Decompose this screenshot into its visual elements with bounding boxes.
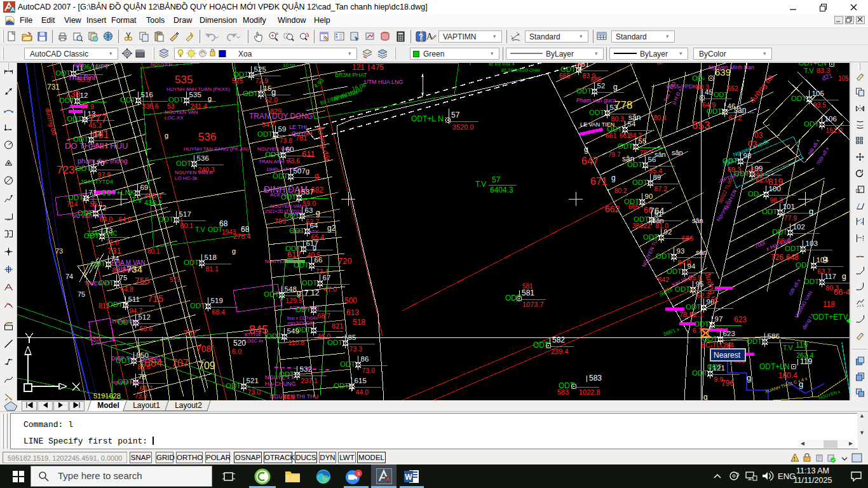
svg-text:59: 59 — [278, 125, 287, 133]
svg-text:LE THI: LE THI — [289, 124, 307, 130]
svg-text:129.5: 129.5 — [286, 297, 302, 304]
svg-text:100: 100 — [769, 185, 781, 193]
svg-text:93: 93 — [677, 247, 685, 255]
svg-text:Nearest: Nearest — [714, 351, 741, 360]
svg-text:1022.8: 1022.8 — [579, 388, 600, 396]
svg-text:57: 57 — [492, 175, 501, 184]
svg-text:54: 54 — [628, 120, 636, 128]
svg-text:BTTT06: BTTT06 — [245, 332, 261, 337]
svg-text:87.2: 87.2 — [654, 185, 668, 193]
svg-text:648: 648 — [786, 253, 799, 262]
svg-text:500: 500 — [344, 296, 357, 305]
svg-text:278.4: 278.4 — [233, 233, 251, 240]
svg-text:731: 731 — [107, 246, 121, 255]
svg-text:ODT: ODT — [675, 285, 690, 293]
svg-text:W: W — [405, 473, 412, 482]
svg-text:ODT: ODT — [686, 303, 701, 311]
svg-text:ODT: ODT — [747, 337, 762, 345]
svg-text:90: 90 — [645, 193, 653, 200]
svg-text:73.8: 73.8 — [280, 137, 293, 144]
svg-text:535: 535 — [189, 91, 201, 98]
svg-text:OD-: OD- — [748, 190, 761, 198]
svg-text:g: g — [613, 83, 618, 92]
svg-text:475: 475 — [371, 63, 384, 72]
svg-text:ODT: ODT — [284, 212, 299, 219]
svg-text:lê thị thu x: lê thị thu x — [489, 63, 515, 67]
svg-text:3520.0: 3520.0 — [452, 123, 474, 131]
svg-text:g: g — [271, 87, 276, 97]
svg-text:98: 98 — [743, 152, 752, 159]
svg-text:436.2: 436.2 — [144, 199, 162, 207]
svg-text:119: 119 — [800, 357, 812, 366]
svg-text:ODT: ODT — [289, 227, 304, 234]
svg-text:ODT: ODT — [76, 165, 91, 172]
svg-text:512: 512 — [139, 313, 151, 321]
svg-text:LOC-XX: LOC-XX — [165, 115, 184, 121]
svg-text:ODT: ODT — [576, 87, 592, 95]
svg-text:536: 536 — [197, 154, 209, 162]
svg-text:72.9: 72.9 — [255, 77, 269, 85]
svg-text:T.V: T.V — [804, 67, 815, 74]
svg-text:HUYNH TAN SANG (PK.AN): HUYNH TAN SANG (PK.AN) — [184, 146, 249, 152]
svg-text:T.V: T.V — [475, 180, 486, 189]
svg-text:ODT: ODT — [334, 382, 349, 390]
svg-text:582: 582 — [552, 336, 565, 344]
svg-text:121: 121 — [713, 364, 725, 372]
svg-text:g: g — [703, 393, 708, 400]
svg-text:ODT: ODT — [264, 290, 279, 298]
svg-text:62.1: 62.1 — [689, 311, 703, 318]
svg-text:6.0: 6.0 — [232, 348, 241, 355]
svg-text:58.6: 58.6 — [140, 325, 153, 332]
svg-text:70: 70 — [97, 159, 105, 167]
svg-text:647: 647 — [581, 156, 599, 166]
svg-text:653: 653 — [692, 119, 710, 132]
svg-text:68.7: 68.7 — [318, 312, 331, 320]
svg-text:ODT+L N: ODT+L N — [411, 114, 444, 123]
svg-text:78: 78 — [139, 373, 147, 381]
svg-text:12: 12 — [80, 92, 88, 99]
svg-text:796: 796 — [721, 379, 734, 388]
svg-text:57: 57 — [451, 111, 460, 119]
svg-text:517: 517 — [170, 276, 180, 283]
svg-text:LO HC-3k: LO HC-3k — [175, 175, 198, 181]
svg-text:ODT+LN: ODT+LN — [759, 362, 790, 371]
svg-text:715: 715 — [147, 293, 163, 304]
svg-text:g: g — [297, 288, 301, 297]
svg-text:80.1: 80.1 — [147, 248, 160, 255]
svg-text:75: 75 — [78, 290, 85, 298]
svg-text:97.9: 97.9 — [98, 171, 111, 179]
svg-text:ODT: ODT — [67, 115, 82, 123]
svg-text:g: g — [313, 243, 316, 251]
svg-text:6404.3: 6404.3 — [490, 186, 513, 194]
svg-text:64.8: 64.8 — [121, 285, 134, 293]
svg-text:g: g — [165, 132, 168, 139]
svg-text:336.6: 336.6 — [142, 102, 159, 110]
svg-text:753: 753 — [88, 335, 100, 342]
svg-text:536: 536 — [198, 131, 216, 143]
svg-text:105: 105 — [838, 75, 849, 82]
svg-text:T.V: T.V — [783, 344, 794, 351]
svg-text:ODT: ODT — [295, 306, 311, 313]
svg-text:buu x CDTx04x: buu x CDTx04x — [287, 316, 318, 320]
svg-text:ODT: ODT — [118, 318, 133, 326]
svg-text:714: 714 — [67, 200, 78, 208]
svg-text:661: 661 — [606, 132, 617, 139]
svg-text:44.0: 44.0 — [356, 388, 369, 396]
svg-text:45: 45 — [705, 88, 713, 96]
svg-text:537: 537 — [302, 188, 314, 196]
svg-text:549: 549 — [287, 327, 299, 335]
svg-text:581: 581 — [522, 288, 534, 297]
svg-text:ODT: ODT — [624, 198, 639, 205]
svg-text:685: 685 — [591, 76, 602, 83]
svg-text:ODT: ODT — [627, 161, 642, 168]
svg-text:611: 611 — [302, 149, 315, 159]
svg-text:94: 94 — [688, 262, 696, 270]
svg-text:518: 518 — [205, 254, 217, 261]
svg-text:55: 55 — [639, 137, 647, 145]
svg-text:709: 709 — [198, 360, 215, 371]
svg-text:l: l — [470, 63, 471, 67]
svg-text:661: 661 — [620, 132, 630, 139]
svg-text:521: 521 — [247, 377, 259, 384]
svg-text:ODT: ODT — [734, 170, 749, 177]
svg-text:g: g — [842, 272, 846, 281]
